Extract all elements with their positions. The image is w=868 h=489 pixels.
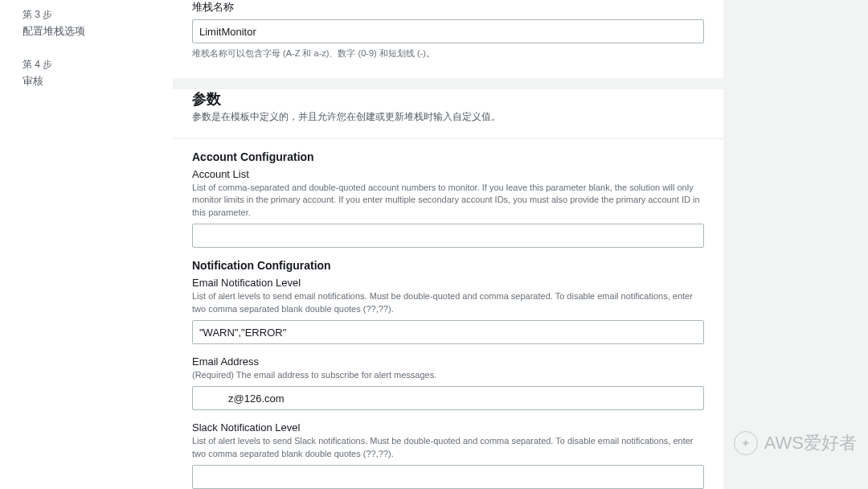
slack-level-input[interactable] [192,465,704,489]
email-address-field: Email Address (Required) The email addre… [192,355,704,410]
wizard-steps-sidebar: 第 3 步 配置堆栈选项 第 4 步 审核 [0,0,173,489]
slack-level-desc: List of alert levels to send Slack notif… [192,435,704,461]
email-level-desc: List of alert levels to send email notif… [192,290,704,316]
email-level-label: Email Notification Level [192,277,704,289]
slack-level-field: Slack Notification Level List of alert l… [192,421,704,489]
account-list-field: Account List List of comma-separated and… [192,168,704,249]
wizard-step-4[interactable]: 第 4 步 审核 [23,50,154,100]
notification-config-heading: Notification Configuration [192,259,704,272]
step-number: 第 3 步 [23,8,154,22]
stack-name-input[interactable] [192,19,704,43]
account-config-heading: Account Configuration [192,150,704,163]
email-address-desc: (Required) The email address to subscrib… [192,369,704,382]
email-address-label: Email Address [192,355,704,368]
email-address-input[interactable] [192,386,704,410]
stack-name-label: 堆栈名称 [192,0,704,14]
slack-level-label: Slack Notification Level [192,421,704,434]
email-level-field: Email Notification Level List of alert l… [192,277,704,344]
stack-name-card: 堆栈名称 堆栈名称可以包含字母 (A-Z 和 a-z)、数字 (0-9) 和短划… [173,0,723,78]
email-level-input[interactable] [192,320,704,344]
divider [173,138,723,139]
account-list-desc: List of comma-separated and double-quote… [192,182,704,220]
step-title: 审核 [23,74,154,88]
step-number: 第 4 步 [23,58,154,72]
stack-name-hint: 堆栈名称可以包含字母 (A-Z 和 a-z)、数字 (0-9) 和短划线 (-)… [192,47,704,60]
parameters-title: 参数 [192,89,704,109]
account-list-input[interactable] [192,224,704,248]
step-title: 配置堆栈选项 [23,24,154,39]
account-list-label: Account List [192,168,704,180]
parameters-card: 参数 参数是在模板中定义的，并且允许您在创建或更新堆栈时输入自定义值。 Acco… [173,89,723,490]
main-content: 堆栈名称 堆栈名称可以包含字母 (A-Z 和 a-z)、数字 (0-9) 和短划… [173,0,868,489]
parameters-subtitle: 参数是在模板中定义的，并且允许您在创建或更新堆栈时输入自定义值。 [192,110,704,124]
wizard-step-3[interactable]: 第 3 步 配置堆栈选项 [23,0,154,50]
